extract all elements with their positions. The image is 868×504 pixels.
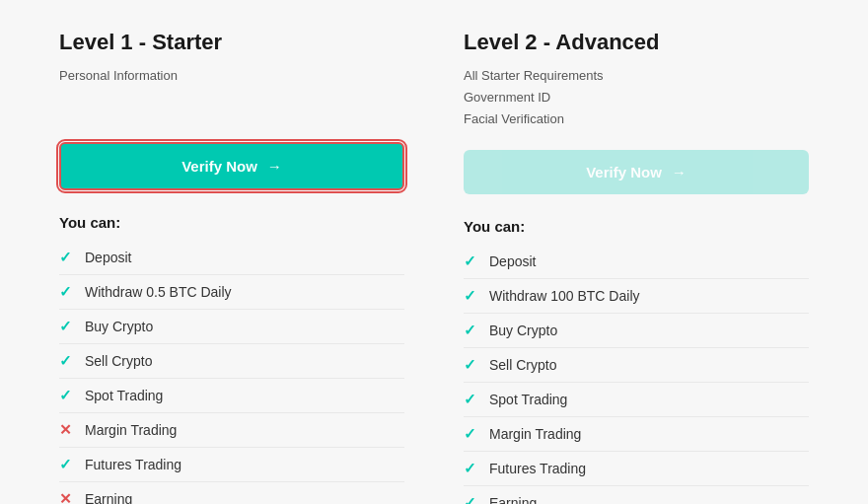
list-item: ✓Deposit [464,245,809,279]
list-item: ✓Sell Crypto [464,348,809,383]
columns-container: Level 1 - StarterPersonal InformationVer… [59,30,809,504]
list-item: ✓Buy Crypto [464,314,809,348]
list-item: ✓Futures Trading [59,448,404,482]
list-item: ✓Spot Trading [59,379,404,413]
check-icon: ✓ [59,318,75,335]
feature-label: Buy Crypto [85,319,153,334]
list-item: ✓Deposit [59,241,404,275]
check-icon: ✓ [464,494,479,504]
level1-title: Level 1 - Starter [59,30,404,55]
check-icon: ✓ [59,352,75,370]
feature-label: Deposit [489,253,536,269]
arrow-icon: → [672,164,687,180]
column-level1: Level 1 - StarterPersonal InformationVer… [59,30,404,504]
feature-label: Spot Trading [85,388,163,403]
check-icon: ✓ [464,252,479,270]
level2-requirements: All Starter RequirementsGovernment IDFac… [464,65,809,130]
check-icon: ✓ [59,387,75,404]
feature-label: Earning [85,491,132,504]
feature-label: Earning [489,495,537,504]
check-icon: ✓ [464,322,479,339]
level2-you-can-label: You can: [464,218,809,235]
cross-icon: ✕ [59,490,75,504]
level1-requirements: Personal Information [59,65,404,122]
verify-label: Verify Now [181,158,257,175]
list-item: ✓Margin Trading [464,417,809,452]
feature-label: Deposit [85,250,131,265]
cross-icon: ✕ [59,421,75,439]
level1-feature-list: ✓Deposit✓Withdraw 0.5 BTC Daily✓Buy Cryp… [59,241,404,504]
feature-label: Buy Crypto [489,323,557,338]
level2-verify-button: Verify Now→ [464,150,809,194]
check-icon: ✓ [59,283,75,301]
feature-label: Spot Trading [489,392,567,407]
verify-label: Verify Now [586,164,662,180]
list-item: ✕Earning [59,482,404,504]
list-item: ✓Buy Crypto [59,310,404,344]
check-icon: ✓ [464,425,479,443]
list-item: ✓Sell Crypto [59,344,404,379]
feature-label: Futures Trading [85,457,181,472]
check-icon: ✓ [464,460,479,477]
list-item: ✓Withdraw 0.5 BTC Daily [59,275,404,310]
page-wrapper: Level 1 - StarterPersonal InformationVer… [0,0,868,504]
check-icon: ✓ [59,456,75,473]
feature-label: Futures Trading [489,461,586,476]
feature-label: Margin Trading [489,426,581,442]
level1-verify-button[interactable]: Verify Now→ [59,142,404,190]
check-icon: ✓ [464,391,479,408]
list-item: ✓Futures Trading [464,452,809,486]
feature-label: Sell Crypto [489,357,556,373]
check-icon: ✓ [464,356,479,374]
level2-title: Level 2 - Advanced [464,30,809,55]
list-item: ✓Earning [464,486,809,504]
feature-label: Sell Crypto [85,353,152,369]
list-item: ✓Spot Trading [464,383,809,417]
feature-label: Withdraw 100 BTC Daily [489,288,640,304]
list-item: ✓Withdraw 100 BTC Daily [464,279,809,314]
level2-feature-list: ✓Deposit✓Withdraw 100 BTC Daily✓Buy Cryp… [464,245,809,504]
check-icon: ✓ [59,249,75,266]
arrow-icon: → [267,158,282,175]
column-level2: Level 2 - AdvancedAll Starter Requiremen… [464,30,809,504]
feature-label: Margin Trading [85,422,177,438]
level1-you-can-label: You can: [59,214,404,231]
check-icon: ✓ [464,287,479,305]
list-item: ✕Margin Trading [59,413,404,448]
feature-label: Withdraw 0.5 BTC Daily [85,284,232,300]
